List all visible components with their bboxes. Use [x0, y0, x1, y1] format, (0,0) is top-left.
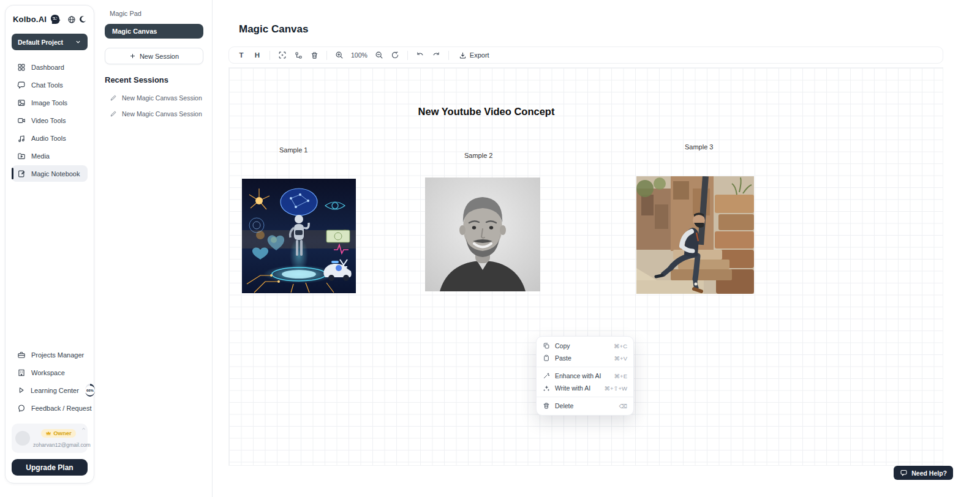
sidebar-item-media[interactable]: Media	[12, 148, 88, 164]
toolbar-divider	[270, 51, 270, 60]
toolbar-divider	[407, 51, 408, 60]
redo-icon	[432, 51, 440, 59]
page-title: Magic Canvas	[239, 23, 308, 36]
dashboard-icon	[17, 63, 26, 72]
notebook-icon	[17, 170, 26, 178]
sample-1-label[interactable]: Sample 1	[279, 146, 307, 154]
text-tool-button[interactable]: T	[234, 48, 249, 62]
brand-logo-text: Kolbo.AI	[13, 15, 47, 24]
audio-icon	[17, 134, 26, 143]
sidebar-item-label: Video Tools	[31, 117, 66, 124]
chat-icon	[17, 81, 26, 89]
zoom-in-icon	[335, 51, 344, 59]
project-selector-label: Default Project	[18, 39, 63, 46]
export-label: Export	[470, 51, 489, 59]
sessions-panel: Magic Pad Magic Canvas New Session Recen…	[95, 0, 213, 497]
trash-icon	[311, 51, 318, 59]
sidebar-item-label: Projects Manager	[31, 351, 84, 359]
sidebar-item-label: Learning Center	[31, 387, 79, 394]
pencil-icon	[110, 110, 117, 118]
board-title-text[interactable]: New Youtube Video Concept	[413, 106, 560, 118]
sidebar-item-label: Dashboard	[31, 64, 64, 71]
canvas-toolbar: T H 100% Export	[228, 47, 943, 64]
zoom-level-value: 100%	[348, 51, 371, 59]
copy-icon	[543, 342, 550, 349]
redo-button[interactable]	[429, 48, 443, 62]
sidebar-item-audio-tools[interactable]: Audio Tools	[12, 130, 88, 146]
flowchart-icon	[295, 51, 303, 59]
zoom-out-icon	[375, 51, 383, 59]
help-chat-icon	[900, 469, 908, 477]
chevron-up-icon	[81, 427, 86, 431]
sidebar-item-dashboard[interactable]: Dashboard	[12, 59, 88, 75]
need-help-button[interactable]: Need Help?	[894, 466, 953, 480]
context-menu-item-write-with-ai[interactable]: Write with AI ⌘+⇧+W	[537, 382, 633, 394]
sample-1-image[interactable]	[242, 179, 356, 293]
video-icon	[17, 116, 26, 125]
plus-icon	[129, 53, 136, 59]
user-profile-card[interactable]: Owner zoharvan12@gmail.com	[12, 424, 88, 453]
paste-icon	[543, 354, 550, 362]
magic-wand-icon	[543, 372, 550, 379]
image-icon	[17, 99, 26, 107]
role-badge: Owner	[41, 429, 76, 438]
sidebar-item-magic-notebook[interactable]: Magic Notebook	[12, 165, 88, 182]
sidebar-item-label: Media	[31, 152, 50, 160]
context-menu-item-delete[interactable]: Delete ⌫	[537, 400, 633, 412]
upgrade-plan-button[interactable]: Upgrade Plan	[12, 459, 88, 476]
session-label: New Magic Canvas Session	[122, 110, 202, 118]
undo-button[interactable]	[413, 48, 428, 62]
sidebar-item-workspace[interactable]: Workspace	[12, 364, 88, 381]
sidebar-item-chat-tools[interactable]: Chat Tools	[12, 77, 88, 93]
tab-magic-pad[interactable]: Magic Pad	[105, 7, 203, 20]
sample-3-image[interactable]	[636, 176, 754, 294]
sidebar-item-label: Magic Notebook	[31, 170, 80, 177]
download-icon	[459, 51, 467, 59]
canvas-board[interactable]: New Youtube Video Concept Sample 1 Sampl…	[228, 67, 943, 466]
user-email: zoharvan12@gmail.com	[33, 442, 91, 448]
toolbar-divider	[326, 51, 327, 60]
sidebar-nav: Dashboard Chat Tools Image Tools Video T…	[12, 59, 88, 182]
session-label: New Magic Canvas Session	[122, 94, 202, 102]
dark-mode-moon-icon[interactable]	[79, 15, 87, 23]
sidebar-item-label: Image Tools	[31, 99, 67, 106]
project-selector[interactable]: Default Project	[12, 34, 88, 50]
toolbar-divider	[448, 51, 449, 60]
heading-tool-button[interactable]: H	[250, 48, 265, 62]
sidebar-footer-nav: Projects Manager Workspace Learning Cent…	[12, 346, 88, 416]
sidebar-item-feedback[interactable]: Feedback / Request	[12, 400, 88, 416]
sidebar-item-image-tools[interactable]: Image Tools	[12, 94, 88, 111]
session-list-item[interactable]: New Magic Canvas Session	[105, 90, 203, 106]
ai-capture-tool-button[interactable]	[275, 48, 290, 62]
zoom-in-button[interactable]	[332, 48, 347, 62]
sample-2-label[interactable]: Sample 2	[464, 152, 492, 159]
context-menu-item-paste[interactable]: Paste ⌘+V	[537, 352, 633, 364]
tab-magic-canvas[interactable]: Magic Canvas	[105, 24, 203, 39]
sparkles-icon	[543, 384, 550, 392]
new-session-button[interactable]: New Session	[105, 48, 203, 64]
flowchart-tool-button[interactable]	[291, 48, 306, 62]
reset-view-button[interactable]	[388, 48, 402, 62]
session-list-item[interactable]: New Magic Canvas Session	[105, 106, 203, 122]
need-help-label: Need Help?	[911, 469, 947, 477]
play-icon	[17, 386, 25, 394]
recent-sessions-header: Recent Sessions	[105, 75, 203, 84]
zoom-out-button[interactable]	[372, 48, 386, 62]
undo-icon	[416, 51, 424, 59]
app-sidebar: Kolbo.AI Default Project Dashboard Chat …	[5, 5, 94, 484]
sample-3-label[interactable]: Sample 3	[685, 143, 713, 151]
sidebar-item-video-tools[interactable]: Video Tools	[12, 112, 88, 129]
context-menu-item-copy[interactable]: Copy ⌘+C	[537, 340, 633, 352]
learning-progress-badge: 66%	[85, 384, 95, 397]
focus-capture-icon	[278, 51, 287, 59]
language-globe-icon[interactable]	[67, 15, 76, 24]
delete-tool-button[interactable]	[307, 48, 322, 62]
sidebar-item-projects-manager[interactable]: Projects Manager	[12, 346, 88, 363]
context-menu-item-enhance-with-ai[interactable]: Enhance with AI ⌘+E	[537, 370, 633, 382]
sample-2-image[interactable]	[425, 177, 540, 291]
new-session-label: New Session	[140, 53, 179, 60]
export-button[interactable]: Export	[454, 48, 494, 62]
brain-logo-icon	[50, 14, 61, 24]
sidebar-item-learning-center[interactable]: Learning Center 66%	[12, 382, 88, 398]
briefcase-icon	[17, 351, 26, 359]
